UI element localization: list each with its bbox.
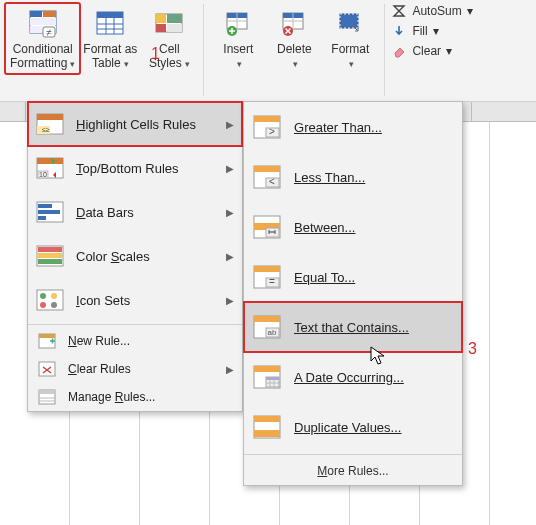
menu-label: Duplicate Values... <box>294 420 401 435</box>
color-scales-icon <box>36 244 64 268</box>
svg-rect-52 <box>39 334 55 338</box>
svg-text:=: = <box>269 276 275 287</box>
svg-text:<: < <box>269 176 275 187</box>
menu-item-more-rules[interactable]: More Rules... <box>244 457 462 485</box>
conditional-formatting-icon: ≠ <box>27 8 59 40</box>
top-bottom-icon: 10 <box>36 156 64 180</box>
menu-item-top-bottom-rules[interactable]: 10 Top/Bottom Rules ▶ <box>28 146 242 190</box>
menu-label: Manage Rules... <box>68 390 155 404</box>
svg-rect-78 <box>254 366 280 372</box>
menu-item-duplicate-values[interactable]: Duplicate Values... <box>244 402 462 452</box>
fill-icon <box>391 24 407 38</box>
svg-rect-17 <box>167 24 182 32</box>
menu-label: Color Scales <box>76 249 150 264</box>
svg-rect-85 <box>254 416 280 422</box>
conditional-formatting-menu: ≤≥ Highlight Cells Rules ▶ 10 Top/Bottom… <box>27 101 243 412</box>
colhdr-empty <box>0 102 26 121</box>
svg-point-48 <box>51 293 57 299</box>
menu-item-equal-to[interactable]: = Equal To... <box>244 252 462 302</box>
conditional-formatting-button[interactable]: ≠ ConditionalFormatting▾ <box>6 4 79 73</box>
svg-text:≠: ≠ <box>46 27 52 38</box>
insert-cells-button[interactable]: Insert▾ <box>210 4 266 73</box>
menu-item-new-rule[interactable]: New Rule... <box>28 327 242 355</box>
ribbon: ≠ ConditionalFormatting▾ Format asTable▾… <box>0 0 536 102</box>
duplicate-values-icon <box>252 414 282 440</box>
fill-button[interactable]: Fill ▾ <box>391 24 438 38</box>
menu-label: Equal To... <box>294 270 355 285</box>
chevron-down-icon: ▾ <box>467 4 473 18</box>
svg-rect-15 <box>167 14 182 23</box>
svg-rect-80 <box>266 377 279 380</box>
svg-rect-63 <box>254 166 280 172</box>
svg-rect-86 <box>254 430 280 437</box>
text-contains-icon: ab <box>252 314 282 340</box>
chevron-down-icon: ▾ <box>237 59 242 69</box>
clear-rules-icon <box>36 360 58 378</box>
chevron-right-icon: ▶ <box>226 207 234 218</box>
menu-item-clear-rules[interactable]: Clear Rules ▶ <box>28 355 242 383</box>
format-as-table-button[interactable]: Format asTable▾ <box>79 4 141 73</box>
svg-point-47 <box>40 293 46 299</box>
chevron-down-icon: ▾ <box>293 59 298 69</box>
autosum-label: AutoSum <box>412 4 461 18</box>
menu-label: Less Than... <box>294 170 365 185</box>
cond-fmt-label-2: Formatting <box>10 56 67 70</box>
greater-than-icon: > <box>252 114 282 140</box>
menu-item-data-bars[interactable]: Data Bars ▶ <box>28 190 242 234</box>
delete-label: Delete <box>277 42 312 56</box>
menu-label: New Rule... <box>68 334 130 348</box>
chevron-right-icon: ▶ <box>226 163 234 174</box>
cond-fmt-label-1: Conditional <box>13 42 73 56</box>
colhdr[interactable] <box>472 102 536 121</box>
svg-rect-45 <box>38 259 62 264</box>
svg-rect-43 <box>38 247 62 252</box>
svg-text:>: > <box>269 126 275 137</box>
fill-label: Fill <box>412 24 427 38</box>
chevron-right-icon: ▶ <box>226 119 234 130</box>
autosum-icon <box>391 4 407 18</box>
highlight-cells-icon: ≤≥ <box>36 112 64 136</box>
chevron-right-icon: ▶ <box>226 364 234 375</box>
svg-rect-8 <box>97 12 123 18</box>
svg-rect-53 <box>39 362 55 376</box>
chevron-down-icon: ▾ <box>70 59 75 69</box>
menu-label: Greater Than... <box>294 120 382 135</box>
cell-styles-button[interactable]: CellStyles▾ <box>141 4 197 73</box>
highlight-cells-submenu: > Greater Than... < Less Than... Between… <box>243 101 463 486</box>
format-label: Format <box>331 42 369 56</box>
insert-label: Insert <box>223 42 253 56</box>
clear-label: Clear <box>412 44 441 58</box>
menu-item-icon-sets[interactable]: Icon Sets ▶ <box>28 278 242 322</box>
menu-item-manage-rules[interactable]: Manage Rules... <box>28 383 242 411</box>
chevron-down-icon: ▾ <box>124 59 129 69</box>
svg-text:10: 10 <box>39 171 47 178</box>
menu-label: Text that Contains... <box>294 320 409 335</box>
format-cells-icon <box>334 8 366 40</box>
menu-item-color-scales[interactable]: Color Scales ▶ <box>28 234 242 278</box>
autosum-button[interactable]: AutoSum ▾ <box>391 4 472 18</box>
svg-rect-3 <box>30 18 56 25</box>
chevron-down-icon: ▾ <box>433 24 439 38</box>
menu-item-date-occurring[interactable]: A Date Occurring... <box>244 352 462 402</box>
menu-label: Clear Rules <box>68 362 131 376</box>
format-cells-button[interactable]: Format▾ <box>322 4 378 73</box>
clear-button[interactable]: Clear ▾ <box>391 44 452 58</box>
menu-item-greater-than[interactable]: > Greater Than... <box>244 102 462 152</box>
svg-text:≤≥: ≤≥ <box>42 126 50 133</box>
cell-styles-label-1: Cell <box>159 42 180 56</box>
svg-text:ab: ab <box>268 328 277 337</box>
svg-rect-1 <box>30 11 42 17</box>
delete-cells-button[interactable]: Delete▾ <box>266 4 322 73</box>
chevron-down-icon: ▾ <box>185 59 190 69</box>
chevron-down-icon: ▾ <box>349 59 354 69</box>
menu-item-less-than[interactable]: < Less Than... <box>244 152 462 202</box>
svg-rect-55 <box>39 390 55 394</box>
menu-item-between[interactable]: Between... <box>244 202 462 252</box>
svg-rect-35 <box>37 158 63 164</box>
menu-item-text-that-contains[interactable]: ab Text that Contains... <box>244 302 462 352</box>
svg-rect-44 <box>38 253 62 258</box>
svg-rect-41 <box>38 216 46 220</box>
equal-to-icon: = <box>252 264 282 290</box>
menu-item-highlight-cells-rules[interactable]: ≤≥ Highlight Cells Rules ▶ <box>28 102 242 146</box>
svg-rect-40 <box>38 210 60 214</box>
